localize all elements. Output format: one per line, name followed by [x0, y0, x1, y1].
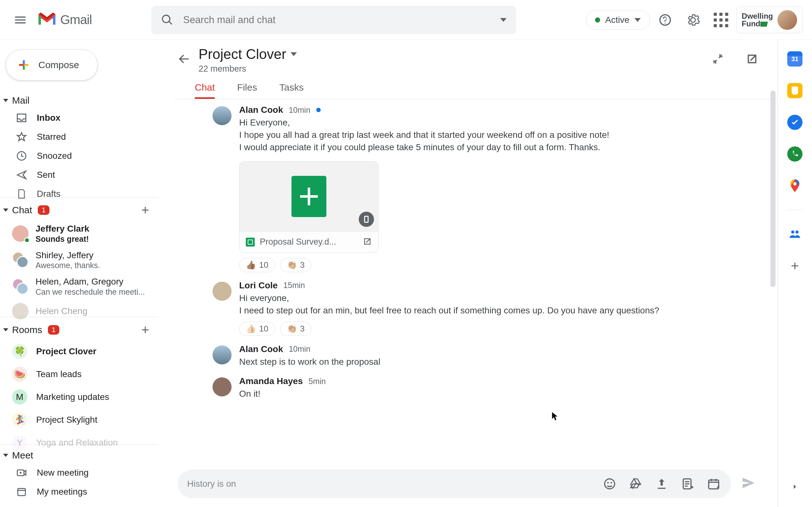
- file-attachment[interactable]: Proposal Survey.d...: [239, 161, 379, 253]
- gmail-logo[interactable]: Gmail: [37, 12, 92, 28]
- room-item[interactable]: 🍉Team leads: [0, 363, 159, 386]
- meet-new-meeting[interactable]: New meeting: [0, 463, 159, 482]
- meet-my-meetings[interactable]: My meetings: [0, 482, 159, 501]
- maps-app[interactable]: [787, 178, 803, 193]
- room-members[interactable]: 22 members: [199, 64, 297, 74]
- sidepanel-toggle[interactable]: [787, 479, 803, 494]
- message: Alan Cook10minNext step is to work on th…: [212, 344, 758, 368]
- search-options-caret-icon[interactable]: [500, 18, 507, 22]
- section-mail-header[interactable]: Mail: [0, 90, 159, 108]
- chat-item[interactable]: Helen, Adam, GregoryCan we reschedule th…: [0, 273, 159, 300]
- section-rooms-label: Rooms: [12, 325, 42, 335]
- reaction-emoji: 👍🏻: [246, 324, 256, 334]
- voice-app[interactable]: [787, 147, 803, 162]
- nav-label: Drafts: [37, 189, 61, 199]
- room-item[interactable]: 🏂Project Skylight: [0, 408, 159, 431]
- tab-files[interactable]: Files: [237, 78, 257, 99]
- reaction-emoji: 👏🏼: [287, 324, 297, 334]
- nav-starred[interactable]: Starred: [0, 127, 159, 147]
- message: Alan Cook10minHi Everyone,I hope you all…: [212, 105, 758, 272]
- section-mail-label: Mail: [12, 95, 30, 106]
- emoji-button[interactable]: [602, 476, 618, 492]
- arrow-left-icon: [177, 52, 191, 66]
- brand-mark-icon: [760, 21, 768, 26]
- main-menu-button[interactable]: [6, 6, 34, 34]
- new-chat-button[interactable]: [138, 203, 153, 218]
- create-doc-button[interactable]: [680, 476, 696, 492]
- support-button[interactable]: [653, 7, 678, 33]
- reactions: 👍🏽10👏🏼3: [239, 258, 758, 272]
- get-addons-button[interactable]: [787, 258, 803, 274]
- back-button[interactable]: [174, 49, 194, 68]
- room-name: Yoga and Relaxation: [36, 438, 118, 448]
- reaction-chip[interactable]: 👏🏼3: [280, 322, 311, 336]
- search-bar[interactable]: [151, 6, 516, 34]
- message-time: 10min: [289, 344, 310, 354]
- chat-item[interactable]: Helen Cheng: [0, 300, 159, 323]
- settings-button[interactable]: [680, 7, 706, 33]
- reaction-chip[interactable]: 👍🏽10: [239, 258, 275, 272]
- reaction-chip[interactable]: 👍🏻10: [239, 322, 275, 336]
- left-sidebar: Compose Mail Inbox Starred Snoozed Sent …: [0, 40, 159, 507]
- help-icon: [658, 13, 672, 27]
- reaction-chip[interactable]: 👏🏼3: [280, 258, 311, 272]
- room-item[interactable]: MMarketing updates: [0, 386, 159, 408]
- tab-tasks[interactable]: Tasks: [280, 78, 304, 99]
- nav-snoozed[interactable]: Snoozed: [0, 147, 159, 165]
- search-input[interactable]: [173, 14, 500, 26]
- svg-rect-1: [53, 15, 55, 25]
- calendar-app[interactable]: 31: [787, 51, 803, 66]
- message-text: Hi everyone,I need to step out for an mi…: [239, 292, 758, 317]
- nav-sent[interactable]: Sent: [0, 165, 159, 184]
- rooms-unread-badge: 1: [48, 325, 59, 335]
- brand-text: Dwelling Fund: [742, 12, 773, 27]
- room-title[interactable]: Project Clover: [199, 46, 297, 62]
- scrollbar[interactable]: [770, 91, 775, 287]
- message-time: 5min: [309, 377, 326, 386]
- new-room-button[interactable]: [138, 322, 153, 337]
- room-tabs: Chat Files Tasks: [174, 78, 777, 99]
- message-author: Lori Cole: [239, 280, 277, 291]
- message-composer[interactable]: History is on: [177, 469, 731, 498]
- nav-drafts[interactable]: Drafts: [0, 184, 159, 204]
- nav-inbox[interactable]: Inbox: [0, 108, 159, 127]
- compose-label: Compose: [38, 60, 79, 70]
- drive-button[interactable]: [628, 476, 644, 492]
- chat-item[interactable]: Shirley, JefferyAwesome, thanks.: [0, 247, 159, 274]
- collapse-pane-button[interactable]: [705, 46, 730, 72]
- account-avatar[interactable]: [777, 10, 797, 30]
- chat-name: Jeffery Clark: [36, 223, 90, 234]
- room-item[interactable]: 🍀Project Clover: [0, 340, 159, 363]
- chat-name: Helen Cheng: [36, 306, 87, 317]
- schedule-button[interactable]: [706, 476, 722, 492]
- apps-grid-icon: [714, 13, 728, 27]
- preview-action-icon[interactable]: [359, 212, 374, 227]
- nav-label: Sent: [37, 170, 55, 180]
- chat-item[interactable]: Jeffery ClarkSounds great!: [0, 220, 159, 247]
- room-icon: Y: [12, 435, 27, 450]
- upload-button[interactable]: [654, 476, 670, 492]
- tasks-app[interactable]: [787, 115, 803, 130]
- google-apps-button[interactable]: [708, 7, 734, 33]
- send-button[interactable]: [741, 475, 758, 493]
- star-icon: [16, 131, 27, 143]
- side-panel: 31: [778, 40, 812, 507]
- send-icon: [741, 475, 757, 491]
- upload-icon: [655, 477, 668, 491]
- sidepanel-divider: [787, 210, 803, 210]
- tab-chat[interactable]: Chat: [195, 78, 215, 99]
- composer-placeholder: History is on: [187, 479, 602, 489]
- status-chip[interactable]: Active: [586, 10, 650, 30]
- open-attachment-button[interactable]: [362, 237, 372, 247]
- compose-button[interactable]: Compose: [6, 49, 98, 80]
- message-author: Alan Cook: [239, 344, 283, 354]
- workspace-brand[interactable]: Dwelling Fund: [736, 7, 803, 33]
- keep-app[interactable]: [787, 83, 803, 98]
- room-item[interactable]: YYoga and Relaxation: [0, 431, 159, 454]
- reaction-count: 10: [259, 324, 268, 334]
- plus-icon: [140, 324, 151, 336]
- phone-icon: [791, 150, 799, 158]
- message-text: Hi Everyone,I hope you all had a great t…: [239, 116, 758, 154]
- contacts-app[interactable]: [787, 227, 803, 242]
- open-new-window-button[interactable]: [740, 46, 765, 72]
